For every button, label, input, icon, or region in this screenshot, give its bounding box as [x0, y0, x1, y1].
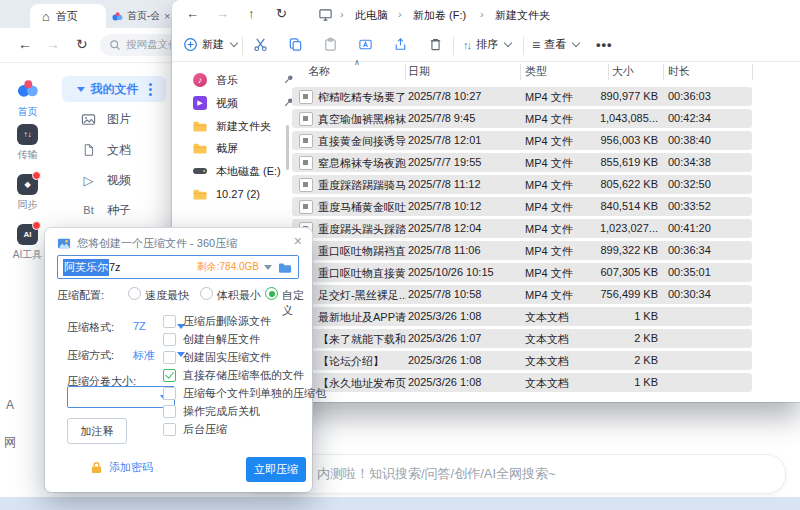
ai-search-promo-bar[interactable]: 内测啦！知识搜索/问答/创作/AI全网搜索~	[240, 454, 786, 494]
format-value[interactable]: 7Z	[133, 320, 146, 332]
browser-tab-home[interactable]: ⌂ 首页	[30, 4, 106, 28]
file-row[interactable]: 榨精吃精专场要了 2025/7/8 10:27 MP4 文件 890,977 K…	[292, 87, 752, 106]
media-file-icon	[299, 178, 313, 192]
file-row[interactable]: 重口呕吐物踢裆直... 2025/7/8 11:06 MP4 文件 899,32…	[292, 241, 752, 260]
rail-label: 同步	[0, 198, 55, 212]
column-divider[interactable]	[520, 64, 521, 80]
radio-icon[interactable]	[128, 287, 141, 300]
my-files-button[interactable]: 我的文件	[62, 76, 166, 102]
panel-item-videos[interactable]: ▷ 视频	[80, 171, 170, 189]
breadcrumb-new-folder[interactable]: 新建文件夹	[495, 8, 550, 23]
sidebar-item-local-disk-e[interactable]: 本地磁盘 (E:)	[192, 161, 288, 181]
cut-button[interactable]	[253, 37, 268, 52]
column-divider[interactable]	[752, 64, 753, 80]
rename-button[interactable]	[358, 37, 373, 52]
breadcrumb-this-pc[interactable]: 此电脑	[355, 8, 388, 23]
sidebar-item-screenshots[interactable]: 截屏	[192, 138, 288, 158]
panel-item-label: 视频	[107, 172, 131, 189]
breadcrumb-drive-f[interactable]: 新加卷 (F:)	[413, 8, 466, 23]
radio-icon[interactable]	[265, 287, 278, 300]
back-icon[interactable]: ←	[18, 35, 32, 53]
option-checkbox[interactable]: 直接存储压缩率低的文件	[163, 368, 304, 382]
column-divider[interactable]	[405, 64, 406, 80]
compress-now-button[interactable]: 立即压缩	[246, 457, 306, 482]
forward-icon[interactable]: →	[216, 6, 229, 21]
option-checkbox[interactable]: 压缩后删除源文件	[163, 314, 271, 328]
archive-name-input[interactable]: 阿芙乐尔 7z 剩余:784.0GB	[57, 255, 299, 279]
circle-plus-icon	[183, 37, 198, 52]
close-tab-icon[interactable]: ×	[164, 10, 170, 22]
delete-button[interactable]	[428, 37, 443, 52]
rail-item-transfer[interactable]: ↑↓ 传输	[0, 124, 55, 162]
file-row[interactable]: 重口呕吐物直接黄... 2025/10/26 10:15 MP4 文件 607,…	[292, 263, 752, 282]
divider	[453, 37, 454, 55]
sidebar-scrollbar[interactable]	[286, 125, 289, 170]
rail-item-sync[interactable]: ◆ 同步	[0, 174, 55, 212]
option-checkbox[interactable]: 操作完成后关机	[163, 404, 260, 418]
option-checkbox[interactable]: 创建自解压文件	[163, 332, 260, 346]
media-file-icon	[299, 200, 313, 214]
sort-button[interactable]: ↑↓ 排序	[463, 37, 511, 52]
forward-icon[interactable]: →	[46, 35, 60, 53]
share-button[interactable]	[393, 37, 408, 52]
option-checkbox[interactable]: 后台压缩	[163, 422, 227, 436]
column-header-name[interactable]: 名称	[308, 64, 330, 80]
refresh-icon[interactable]: ↻	[276, 6, 287, 21]
file-row[interactable]: 最新地址及APP请... 2025/3/26 1:08 文本文档 1 KB	[292, 307, 752, 326]
rail-item-home[interactable]: 首页	[0, 78, 55, 119]
method-value[interactable]: 标准	[133, 348, 155, 363]
more-button[interactable]: •••	[596, 37, 613, 52]
file-size: 2 KB	[548, 332, 658, 344]
file-row[interactable]: 【来了就能下载和... 2025/3/26 1:07 文本文档 2 KB	[292, 329, 752, 348]
panel-item-pictures[interactable]: 图片	[80, 110, 170, 128]
column-divider[interactable]	[663, 64, 664, 80]
file-row[interactable]: 足交灯-黑丝裸足... 2025/7/8 10:58 MP4 文件 756,49…	[292, 285, 752, 304]
panel-item-documents[interactable]: 文档	[80, 141, 170, 159]
back-icon[interactable]: ←	[186, 6, 199, 21]
file-name: 重度马桶黄金呕吐...	[318, 200, 406, 215]
column-header-type[interactable]: 类型	[525, 64, 547, 80]
drive-icon	[192, 165, 208, 177]
panel-item-torrents[interactable]: Bt 种子	[80, 201, 170, 219]
option-checkbox[interactable]: 压缩每个文件到单独的压缩包	[163, 386, 326, 400]
file-row[interactable]: 【论坛介绍】 2025/3/26 1:08 文本文档 2 KB	[292, 351, 752, 370]
file-name: 【永久地址发布页】	[318, 376, 406, 391]
column-header-size[interactable]: 大小	[612, 64, 634, 80]
file-row[interactable]: 重度踢头踹头踩踏... 2025/7/8 12:04 MP4 文件 1,023,…	[292, 219, 752, 238]
file-row[interactable]: 重度踩踏踢踹骑马... 2025/7/8 11:12 MP4 文件 805,62…	[292, 175, 752, 194]
sidebar-item-new-folder[interactable]: 新建文件夹	[192, 116, 288, 136]
paste-button[interactable]	[323, 37, 338, 52]
option-checkbox[interactable]: 创建固实压缩文件	[163, 350, 271, 364]
column-header-duration[interactable]: 时长	[668, 64, 690, 80]
more-options-icon[interactable]	[149, 88, 152, 91]
file-row[interactable]: 【永久地址发布页】 2025/3/26 1:08 文本文档 1 KB	[292, 373, 752, 392]
caret-down-icon[interactable]	[264, 265, 272, 270]
sidebar-item-music[interactable]: ♪ 音乐	[192, 70, 288, 90]
close-icon[interactable]: ×	[294, 233, 302, 249]
view-button[interactable]: ≡ 查看	[532, 37, 579, 52]
column-divider[interactable]	[608, 64, 609, 80]
new-button[interactable]: 新建	[183, 37, 237, 52]
sidebar-item-videos[interactable]: ▶ 视频	[192, 93, 288, 113]
sidebar-item-folder-1027[interactable]: 10.27 (2)	[192, 184, 288, 204]
file-row[interactable]: 窒息棉袜专场夜跑... 2025/7/7 19:55 MP4 文件 855,61…	[292, 153, 752, 172]
file-name: 足交灯-黑丝裸足...	[318, 288, 406, 303]
file-size: 899,322 KB	[548, 244, 658, 256]
split-size-select[interactable]	[67, 386, 175, 408]
browse-folder-icon[interactable]	[277, 261, 293, 274]
file-row[interactable]: 直接黄金间接诱导... 2025/7/8 12:01 MP4 文件 956,00…	[292, 131, 752, 150]
file-row[interactable]: 重度马桶黄金呕吐... 2025/7/8 10:12 MP4 文件 840,51…	[292, 197, 752, 216]
add-password-link[interactable]: 添加密码	[90, 460, 153, 475]
refresh-icon[interactable]: ↻	[76, 35, 88, 53]
transfer-icon: ↑↓	[17, 124, 38, 145]
file-duration: 00:38:40	[668, 134, 711, 146]
radio-icon[interactable]	[200, 287, 213, 300]
add-comment-button[interactable]: 加注释	[67, 418, 127, 444]
file-date: 2025/7/7 19:55	[408, 156, 481, 168]
browser-tab-member-center[interactable]: 首页-会员中心-百度 ×	[112, 6, 172, 26]
up-icon[interactable]: ↑	[248, 6, 255, 21]
column-header-date[interactable]: 日期	[408, 64, 430, 80]
file-row[interactable]: 真空瑜伽裤黑棉袜... 2025/7/8 9:45 MP4 文件 1,043,0…	[292, 109, 752, 128]
copy-button[interactable]	[288, 37, 303, 52]
compress-now-label: 立即压缩	[254, 462, 298, 477]
